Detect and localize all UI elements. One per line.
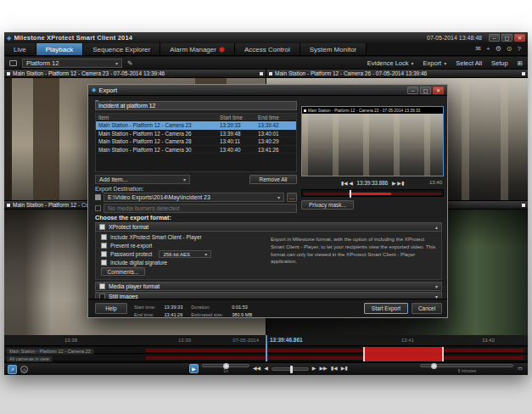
select-all-button[interactable]: Select All	[456, 59, 482, 67]
camera-indicator-icon	[269, 72, 272, 76]
include-player-checkbox[interactable]	[101, 234, 107, 240]
export-item-row[interactable]: Main Station - Platform 12 - Camera 30 1…	[96, 146, 296, 154]
view-selector[interactable]: Platform 12 ▾	[22, 59, 122, 68]
recording-bar	[146, 349, 524, 352]
speed-slider-knob[interactable]	[223, 363, 229, 369]
first-image-button[interactable]: ▮◀	[331, 364, 338, 373]
preview-last-button[interactable]: ▶▮	[397, 181, 404, 186]
export-dialog-titlebar[interactable]: ◆ Export – ▢ ✕	[88, 85, 447, 96]
dialog-maximize-button[interactable]: ▢	[420, 87, 431, 94]
prevent-reexport-checkbox[interactable]	[101, 243, 107, 249]
recording-bar	[146, 356, 524, 360]
camera-menu-icon[interactable]	[522, 204, 525, 207]
speed-slider[interactable]: 1x	[202, 364, 249, 373]
xprotect-format-checkbox[interactable]	[99, 224, 105, 230]
close-button[interactable]: ✕	[514, 34, 525, 42]
time-selection-icon[interactable]: ◷	[20, 366, 28, 373]
desktop: ◆ Milestone XProtect Smart Client 2014 0…	[0, 0, 532, 414]
playhead[interactable]	[266, 335, 267, 361]
tab-alarm-manager[interactable]: Alarm Manager	[160, 43, 235, 55]
export-name-input[interactable]: Incident at platform 12	[95, 101, 297, 110]
destination-checkbox[interactable]	[95, 194, 101, 200]
alarm-badge	[219, 47, 225, 53]
export-selection-range[interactable]	[363, 347, 444, 361]
maximize-button[interactable]: ▢	[501, 34, 512, 42]
preview-prev-button[interactable]: ◀	[349, 181, 353, 186]
gear-icon[interactable]: ⚙	[496, 45, 501, 53]
media-player-format-header[interactable]: Media player format ▾	[95, 282, 442, 291]
status-icon[interactable]: ⊙	[507, 45, 512, 53]
preview-first-button[interactable]: ▮◀	[341, 181, 348, 186]
evidence-lock-button[interactable]: Evidence Lock ▾	[367, 59, 414, 67]
camera-indicator-icon	[7, 72, 10, 76]
encryption-dropdown[interactable]: 256-bit AES ▾	[159, 250, 211, 258]
duration-value: 0:01:53	[228, 305, 255, 310]
dialog-close-button[interactable]: ✕	[433, 87, 444, 94]
tab-live[interactable]: Live	[4, 43, 36, 55]
previous-frame-button[interactable]: ◀	[264, 364, 268, 373]
preview-scrubber[interactable]	[350, 190, 351, 198]
notifications-icon[interactable]: ✉	[475, 45, 481, 53]
help-button[interactable]: Help	[95, 303, 127, 314]
destination-path-combo[interactable]: E:\Video Exports\2014\May\Incident 23 ▾	[104, 193, 284, 202]
media-burner-checkbox[interactable]	[95, 205, 101, 211]
export-menu-button[interactable]: Export ▾	[423, 59, 447, 67]
timeline-current-time: 13:39:46.861	[270, 337, 303, 343]
play-button[interactable]: ▶	[312, 364, 316, 373]
password-protect-checkbox[interactable]	[101, 251, 107, 257]
camera-menu-icon[interactable]	[260, 72, 263, 76]
export-preview: Main Station - Platform 12 - Camera 23 -…	[301, 106, 444, 176]
titlebar-icon-cluster: ✉ + ⚙ ⊙ ?	[475, 43, 528, 55]
format-description: Export in Milestone format, with the opt…	[271, 236, 437, 266]
preview-seekbar[interactable]	[301, 189, 444, 197]
add-item-dropdown[interactable]: Add item... ▾	[95, 175, 190, 184]
shuttle-slider[interactable]	[272, 367, 309, 371]
export-shortcut-button[interactable]: ↗	[8, 365, 17, 374]
xprotect-format-body: Include XProtect Smart Client - Player P…	[95, 232, 442, 280]
tab-playback[interactable]: Playback	[36, 43, 83, 55]
preview-next-button[interactable]: ▶	[392, 181, 396, 186]
camera-menu-icon[interactable]	[522, 72, 525, 76]
collapse-icon[interactable]: ▴	[435, 224, 438, 230]
browse-button[interactable]: …	[287, 193, 297, 202]
export-item-row[interactable]: Main Station - Platform 12 - Camera 23 1…	[96, 121, 296, 130]
tab-access-control[interactable]: Access Control	[235, 43, 300, 55]
export-item-row[interactable]: Main Station - Platform 12 - Camera 26 1…	[96, 130, 296, 138]
setup-button[interactable]: Setup	[491, 59, 508, 67]
expand-icon[interactable]: ▾	[435, 283, 438, 289]
preview-camera-tile[interactable]: Main Station - Platform 12 - Camera 23 -…	[301, 106, 444, 176]
camera-titlebar: Main Station - Platform 12 - Camera 23 -…	[4, 70, 266, 78]
tab-system-monitor[interactable]: System Monitor	[300, 43, 367, 55]
playback-mode-button[interactable]: ▶	[189, 364, 199, 373]
tab-sequence-explorer[interactable]: Sequence Explorer	[83, 43, 160, 55]
start-export-button[interactable]: Start Export	[364, 303, 408, 314]
dialog-minimize-button[interactable]: –	[407, 87, 418, 94]
grid-layout-icon[interactable]: ⊞	[518, 59, 523, 67]
comments-button[interactable]: Comments...	[101, 267, 145, 276]
workspace-toolbar: Platform 12 ▾ ✎ Evidence Lock ▾ Export ▾…	[4, 57, 528, 70]
preview-video	[302, 114, 443, 176]
media-player-checkbox[interactable]	[99, 283, 105, 289]
table-header: Item Start time End time	[96, 114, 296, 121]
choose-format-heading: Choose the export format:	[95, 214, 171, 221]
views-icon[interactable]	[9, 60, 17, 66]
zoom-slider-knob[interactable]	[431, 363, 437, 369]
timeline-zoom-slider[interactable]: 5 minutes	[420, 364, 513, 373]
minimize-button[interactable]: –	[489, 34, 500, 42]
previous-sequence-button[interactable]: ◀◀	[253, 364, 260, 373]
cancel-button[interactable]: Cancel	[412, 303, 442, 314]
preview-end-time: 13:40	[429, 180, 442, 185]
size-value: 380.9 MB	[228, 312, 255, 318]
digital-signature-checkbox[interactable]	[101, 260, 107, 266]
last-image-button[interactable]: ▶▮	[341, 364, 348, 373]
privacy-mask-button[interactable]: Privacy mask...	[301, 200, 354, 210]
single-timeline-icon[interactable]: ▭	[518, 364, 523, 373]
help-icon[interactable]: ?	[518, 45, 521, 53]
remove-all-button[interactable]: Remove All	[249, 175, 297, 184]
next-sequence-button[interactable]: ▶▶	[319, 364, 327, 373]
edit-view-icon[interactable]: ✎	[127, 59, 132, 67]
export-item-row[interactable]: Main Station - Platform 12 - Camera 28 1…	[96, 137, 296, 146]
xprotect-format-header[interactable]: XProtect format ▴	[95, 222, 442, 232]
add-view-icon[interactable]: +	[486, 45, 490, 53]
shuttle-knob[interactable]	[290, 366, 293, 373]
